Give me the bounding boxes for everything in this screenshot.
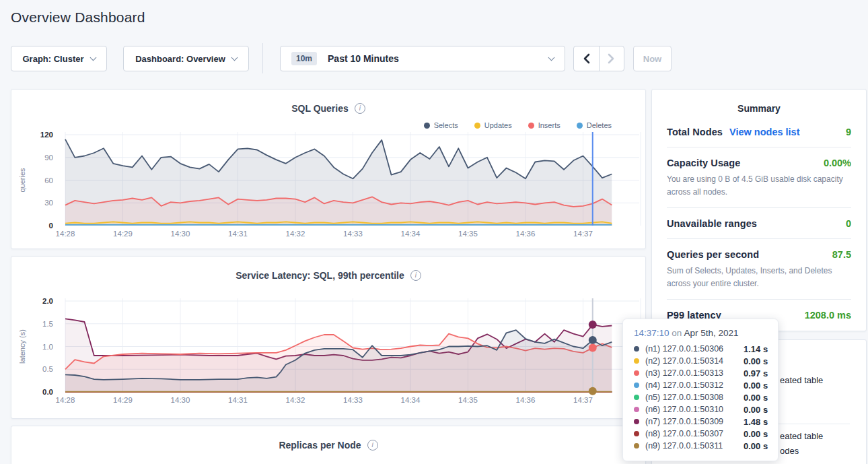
tooltip-date: Apr 5th, 2021 xyxy=(684,328,738,338)
hover-dot xyxy=(589,336,597,344)
tooltip-timestamp: 14:37:10 on Apr 5th, 2021 xyxy=(634,328,768,338)
series-color-dot xyxy=(634,431,639,436)
time-range-label: Past 10 Minutes xyxy=(328,53,399,64)
tooltip-node-label: (n9) 127.0.0.1:50311 xyxy=(645,441,744,451)
x-axis-tick-label: 14:36 xyxy=(516,396,536,404)
chevron-down-icon xyxy=(548,54,555,61)
dashboard-dropdown-label: Dashboard: Overview xyxy=(135,54,225,64)
x-axis-tick-label: 14:29 xyxy=(113,396,133,404)
x-axis-tick-label: 14:30 xyxy=(171,396,190,404)
y-axis-tick-label: 2.0 xyxy=(42,297,53,305)
tooltip-row: (n4) 127.0.0.1:503120.00 s xyxy=(634,379,768,391)
overview-dashboard-page: Overview Dashboard Graph: Cluster Dashbo… xyxy=(0,0,868,464)
service-latency-panel: Service Latency: SQL, 99th percentilei 1… xyxy=(11,256,646,419)
summary-value: 0.00% xyxy=(824,158,851,168)
prev-time-button[interactable] xyxy=(574,46,599,71)
chart-title: Replicas per Node xyxy=(279,440,361,451)
x-axis-tick-label: 14:33 xyxy=(343,396,363,404)
hover-dot xyxy=(589,321,597,329)
chevron-down-icon xyxy=(231,54,238,61)
x-axis-tick-label: 14:37 xyxy=(573,230,593,238)
tooltip-value: 0.00 s xyxy=(744,441,768,451)
tooltip-row: (n6) 127.0.0.1:503100.00 s xyxy=(634,403,768,416)
tooltip-row: (n7) 127.0.0.1:503091.48 s xyxy=(634,416,768,428)
chevron-left-icon xyxy=(583,53,590,64)
y-axis-tick-label: 0.0 xyxy=(42,388,53,396)
series-color-dot xyxy=(634,358,639,364)
x-axis-tick-label: 14:37 xyxy=(573,396,593,404)
summary-value: 87.5 xyxy=(832,249,851,260)
chart-tooltip: 14:37:10 on Apr 5th, 2021 (n1) 127.0.0.1… xyxy=(622,319,779,461)
summary-subtext: You are using 0 B of 4.5 GiB usable disk… xyxy=(667,173,851,198)
summary-panel: Summary Total NodesView nodes list9Capac… xyxy=(651,89,867,331)
summary-label: Capacity Usage xyxy=(667,158,740,168)
y-axis-title: latency (s) xyxy=(18,329,26,364)
controls-divider xyxy=(262,43,263,73)
sql-queries-chart[interactable]: 14:2814:2914:3014:3114:3214:3314:3414:35… xyxy=(11,90,645,248)
summary-rows: Total NodesView nodes list9Capacity Usag… xyxy=(652,117,866,330)
tooltip-value: 0.00 s xyxy=(744,405,768,415)
now-button[interactable]: Now xyxy=(633,46,672,71)
tooltip-row: (n2) 127.0.0.1:503140.00 s xyxy=(634,355,768,367)
summary-value: 1208.0 ms xyxy=(805,310,851,321)
series-color-dot xyxy=(634,443,639,449)
x-axis-tick-label: 14:28 xyxy=(56,230,75,238)
tooltip-value: 0.00 s xyxy=(744,356,768,366)
summary-value: 9 xyxy=(846,127,851,137)
hover-dot xyxy=(589,387,597,395)
tooltip-row: (n1) 127.0.0.1:503061.14 s xyxy=(634,343,768,355)
summary-subtext: Sum of Selects, Updates, Inserts, and De… xyxy=(667,265,851,290)
summary-value: 0 xyxy=(846,218,851,229)
summary-link[interactable]: View nodes list xyxy=(729,127,800,137)
y-axis-tick-label: 1.0 xyxy=(42,343,53,351)
tooltip-node-label: (n3) 127.0.0.1:50313 xyxy=(645,368,744,378)
series-color-dot xyxy=(634,370,639,376)
summary-label: Unavailable ranges xyxy=(667,218,757,229)
graph-dropdown[interactable]: Graph: Cluster xyxy=(11,46,107,71)
x-axis-tick-label: 14:35 xyxy=(458,230,478,238)
tooltip-value: 0.97 s xyxy=(744,368,768,378)
tooltip-row: (n5) 127.0.0.1:503080.00 s xyxy=(634,391,768,403)
x-axis-tick-label: 14:34 xyxy=(401,396,421,404)
y-axis-tick-label: 90 xyxy=(44,154,53,162)
tooltip-value: 0.00 s xyxy=(744,393,768,403)
x-axis-tick-label: 14:30 xyxy=(171,230,190,238)
x-axis-tick-label: 14:36 xyxy=(516,230,536,238)
chevron-right-icon xyxy=(608,53,615,64)
summary-row: Total NodesView nodes list9 xyxy=(667,117,851,147)
tooltip-node-label: (n4) 127.0.0.1:50312 xyxy=(645,380,744,390)
x-axis-tick-label: 14:32 xyxy=(286,396,305,404)
info-icon[interactable]: i xyxy=(367,440,378,451)
tooltip-row: (n3) 127.0.0.1:503130.97 s xyxy=(634,367,768,379)
y-axis-tick-label: 120 xyxy=(40,131,53,139)
y-axis-tick-label: 0.5 xyxy=(42,365,53,373)
event-item-fragment: eated table xyxy=(780,431,823,441)
summary-row: Unavailable ranges0 xyxy=(667,208,851,239)
summary-row: Queries per second87.5Sum of Selects, Up… xyxy=(667,239,851,300)
tooltip-node-label: (n5) 127.0.0.1:50308 xyxy=(645,393,744,402)
tooltip-value: 0.00 s xyxy=(744,429,768,439)
time-range-badge: 10m xyxy=(291,52,317,65)
y-axis-tick-label: 30 xyxy=(44,199,53,207)
hover-dot xyxy=(589,344,597,352)
series-color-dot xyxy=(634,346,639,352)
series-color-dot xyxy=(634,419,639,424)
tooltip-value: 0.00 s xyxy=(744,380,768,391)
x-axis-tick-label: 14:35 xyxy=(458,396,478,404)
event-item-fragment: odes xyxy=(780,446,799,456)
tooltip-node-label: (n7) 127.0.0.1:50309 xyxy=(645,417,744,426)
x-axis-tick-label: 14:31 xyxy=(228,396,248,404)
tooltip-row: (n8) 127.0.0.1:503070.00 s xyxy=(634,428,768,440)
series-color-dot xyxy=(634,407,639,412)
x-axis-tick-label: 14:28 xyxy=(56,396,75,404)
time-range-dropdown[interactable]: 10m Past 10 Minutes xyxy=(280,46,565,71)
replicas-per-node-panel: Replicas per Nodei xyxy=(11,426,646,464)
service-latency-chart[interactable]: 14:2814:2914:3014:3114:3214:3314:3414:35… xyxy=(11,257,645,418)
y-axis-tick-label: 1.5 xyxy=(42,320,53,328)
dashboard-dropdown[interactable]: Dashboard: Overview xyxy=(123,46,249,71)
chevron-down-icon xyxy=(89,54,96,61)
y-axis-tick-label: 60 xyxy=(44,176,53,185)
tooltip-node-label: (n8) 127.0.0.1:50307 xyxy=(645,429,744,438)
y-axis-title: queries xyxy=(18,168,26,193)
next-time-button[interactable] xyxy=(599,46,624,71)
